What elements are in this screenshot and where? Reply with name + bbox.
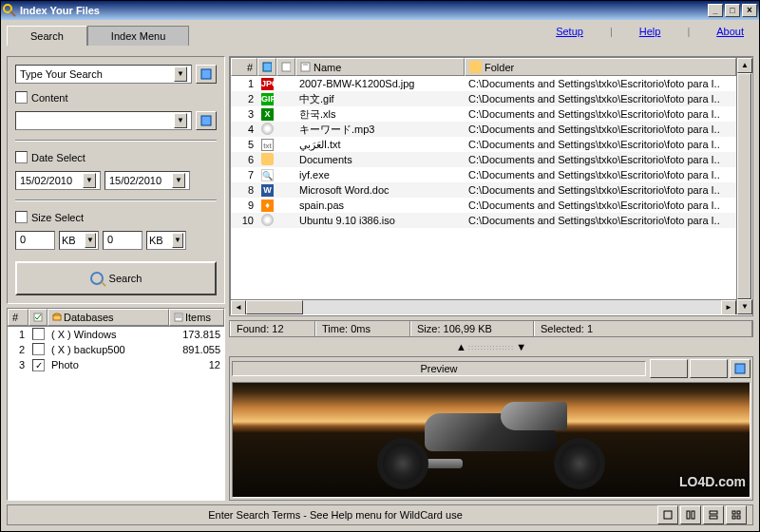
- view-btn-4[interactable]: [726, 505, 747, 524]
- chevron-down-icon[interactable]: ▼: [83, 173, 96, 188]
- view-btn-2[interactable]: [680, 505, 701, 524]
- date-to-input[interactable]: 15/02/2010 ▼: [104, 171, 190, 190]
- search-button-label: Search: [109, 273, 142, 284]
- res-col-folder[interactable]: Folder: [465, 58, 736, 76]
- chevron-down-icon[interactable]: ▼: [172, 233, 183, 248]
- status-time: Time: 0ms: [315, 321, 410, 336]
- scroll-right-icon[interactable]: ►: [721, 300, 736, 314]
- db-col-num[interactable]: #: [8, 309, 28, 326]
- result-row[interactable]: 10Ubuntu 9.10 i386.isoC:\Documents and S…: [231, 213, 736, 228]
- preview-slider-1[interactable]: [650, 359, 688, 378]
- tab-bar: Search Index Menu: [7, 26, 189, 46]
- svg-rect-6: [53, 315, 61, 320]
- res-col-num[interactable]: #: [231, 58, 257, 76]
- result-row[interactable]: 6DocumentsC:\Documents and Settings\txko…: [231, 152, 736, 167]
- size-checkbox[interactable]: [15, 211, 28, 223]
- window-title: Index Your Files: [20, 5, 706, 16]
- db-col-items[interactable]: Items: [169, 309, 224, 326]
- tab-search[interactable]: Search: [7, 26, 87, 46]
- minimize-button[interactable]: _: [708, 4, 723, 17]
- date-label: Date Select: [31, 152, 86, 163]
- link-help[interactable]: Help: [639, 26, 661, 37]
- result-row[interactable]: 8WMicrosoft Word.docC:\Documents and Set…: [231, 182, 736, 198]
- res-col-name[interactable]: Name: [295, 58, 465, 76]
- splitter[interactable]: ▲ ::::::::::::::: ▼: [229, 341, 753, 352]
- date-checkbox[interactable]: [15, 151, 28, 163]
- chevron-down-icon[interactable]: ▼: [172, 173, 185, 188]
- bottom-bar: Enter Search Terms - See Help menu for W…: [7, 504, 753, 525]
- chevron-down-icon[interactable]: ▼: [174, 66, 187, 82]
- hint-text: Enter Search Terms - See Help menu for W…: [13, 509, 657, 521]
- preview-title: Preview: [232, 361, 646, 376]
- content-area: Search Index Menu Setup | Help | About T…: [1, 20, 759, 531]
- chevron-down-icon[interactable]: ▼: [174, 113, 187, 128]
- result-row[interactable]: 9♦spain.pasC:\Documents and Settings\txk…: [231, 198, 736, 213]
- size-from-input[interactable]: 0: [15, 231, 55, 250]
- view-btn-3[interactable]: [703, 505, 724, 524]
- content-label: Content: [31, 92, 68, 104]
- status-bar: Found: 12 Time: 0ms Size: 106,99 KB Sele…: [229, 320, 753, 337]
- preview-slider-2[interactable]: [690, 359, 728, 378]
- status-selected: Selected: 1: [534, 321, 752, 336]
- size-to-unit[interactable]: KB ▼: [146, 231, 186, 250]
- result-row[interactable]: 4キーワード.mp3C:\Documents and Settings\txko…: [231, 122, 736, 137]
- preview-mode-button[interactable]: [730, 359, 750, 378]
- db-row-checkbox[interactable]: [32, 359, 45, 371]
- maximize-button[interactable]: □: [725, 4, 740, 17]
- svg-rect-22: [732, 516, 735, 519]
- db-col-check[interactable]: [28, 309, 48, 326]
- result-row[interactable]: 2GIF中文.gifC:\Documents and Settings\txko…: [231, 91, 736, 106]
- size-from-unit[interactable]: KB ▼: [59, 231, 99, 250]
- svg-rect-20: [732, 511, 735, 514]
- content-checkbox[interactable]: [15, 91, 28, 104]
- close-button[interactable]: ×: [742, 4, 757, 17]
- db-col-databases[interactable]: Databases: [48, 309, 169, 326]
- db-row-checkbox[interactable]: [32, 343, 45, 355]
- svg-rect-17: [692, 511, 694, 519]
- header-links: Setup | Help | About: [556, 26, 753, 37]
- svg-rect-10: [263, 63, 272, 71]
- result-row[interactable]: 7🔍iyf.exeC:\Documents and Settings\txko\…: [231, 167, 736, 182]
- search-input[interactable]: Type Your Search ▼: [15, 65, 192, 84]
- tab-index-menu[interactable]: Index Menu: [87, 26, 189, 46]
- titlebar: Index Your Files _ □ ×: [1, 1, 759, 20]
- file-type-icon: 🔍: [261, 169, 274, 181]
- svg-point-0: [4, 5, 11, 12]
- db-row[interactable]: 3Photo12: [8, 357, 224, 372]
- link-about[interactable]: About: [716, 26, 744, 37]
- view-btn-1[interactable]: [657, 505, 678, 524]
- search-options-button[interactable]: [196, 65, 217, 84]
- svg-rect-14: [735, 364, 745, 373]
- file-type-icon: txt: [261, 139, 274, 151]
- res-col-type2[interactable]: [276, 58, 295, 76]
- file-type-icon: [261, 153, 274, 165]
- v-scrollbar[interactable]: ▲ ▼: [736, 58, 751, 314]
- size-label: Size Select: [31, 212, 84, 223]
- content-options-button[interactable]: [196, 111, 217, 130]
- scroll-up-icon[interactable]: ▲: [737, 58, 752, 73]
- result-row[interactable]: 1JPG2007-BMW-K1200Sd.jpgC:\Documents and…: [231, 76, 736, 91]
- svg-rect-19: [710, 516, 717, 519]
- db-row[interactable]: 1( X ) Windows173.815: [8, 327, 224, 342]
- date-from-input[interactable]: 15/02/2010 ▼: [15, 171, 101, 190]
- result-row[interactable]: 3X한국.xlsC:\Documents and Settings\txko\E…: [231, 106, 736, 122]
- file-type-icon: W: [261, 184, 274, 197]
- link-setup[interactable]: Setup: [556, 26, 583, 37]
- scroll-down-icon[interactable]: ▼: [737, 299, 752, 314]
- size-to-input[interactable]: 0: [103, 231, 142, 250]
- svg-rect-11: [282, 63, 291, 71]
- svg-rect-18: [710, 511, 717, 514]
- file-type-icon: GIF: [261, 93, 274, 105]
- db-row-checkbox[interactable]: [32, 328, 45, 340]
- h-scrollbar[interactable]: ◄ ►: [231, 299, 736, 314]
- chevron-down-icon[interactable]: ▼: [85, 233, 96, 248]
- file-type-icon: [261, 123, 274, 135]
- scroll-left-icon[interactable]: ◄: [231, 300, 246, 314]
- search-button[interactable]: Search: [15, 261, 217, 295]
- res-col-type1[interactable]: [257, 58, 276, 76]
- db-row[interactable]: 2( X ) backup500891.055: [8, 342, 224, 357]
- content-input[interactable]: ▼: [15, 111, 192, 130]
- folder-icon: [469, 61, 482, 73]
- results-panel: # Name: [229, 56, 753, 316]
- result-row[interactable]: 5txtالعَرَبي.txtC:\Documents and Setting…: [231, 137, 736, 152]
